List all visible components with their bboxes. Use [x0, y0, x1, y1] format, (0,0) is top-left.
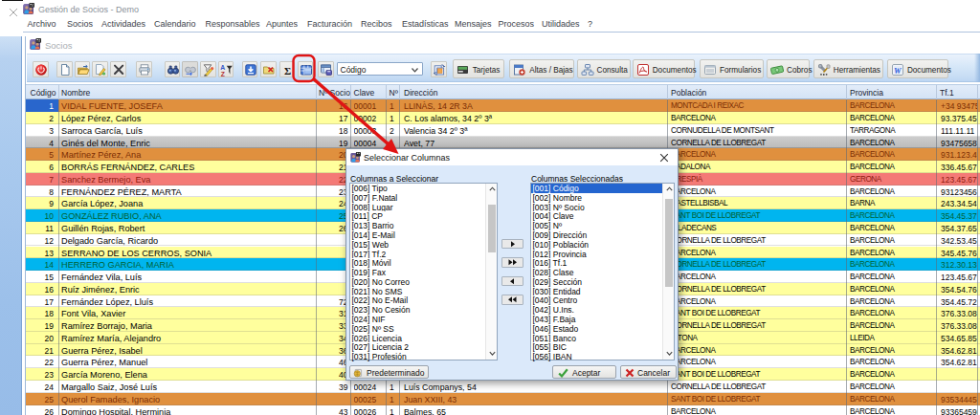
svg-text:Σ: Σ: [284, 65, 291, 76]
svg-text:Z: Z: [220, 71, 224, 76]
